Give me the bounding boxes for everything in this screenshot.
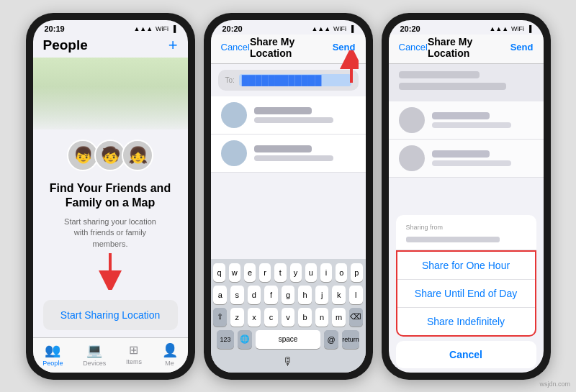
send-btn-3[interactable]: Send (510, 42, 534, 53)
start-sharing-button[interactable]: Start Sharing Location (43, 300, 178, 330)
phone-3: 20:20 ▲▲▲ WiFi ▐ Cancel Share My Locatio… (382, 13, 551, 380)
devices-tab-label: Devices (83, 360, 106, 367)
cancel-btn-3[interactable]: Cancel (399, 42, 428, 53)
nav-plus-btn-1[interactable]: + (168, 37, 178, 53)
key-y[interactable]: y (290, 263, 302, 282)
keyboard-2: q w e r t y u i o p a s d f g h (211, 259, 366, 373)
tab-devices[interactable]: 💻 Devices (83, 342, 106, 367)
contact-name-blur-2 (254, 145, 312, 152)
signal-icon-3: ▲▲▲ (489, 25, 508, 32)
contact-item-1[interactable] (211, 96, 366, 135)
key-123[interactable]: 123 (217, 330, 234, 349)
key-r[interactable]: r (259, 263, 271, 282)
start-btn-text: Start Sharing Location (60, 309, 161, 321)
status-bar-1: 20:19 ▲▲▲ WiFi ▐ (33, 20, 188, 35)
contact-avatar-1 (221, 102, 247, 128)
tab-me[interactable]: 👤 Me (162, 342, 178, 367)
phone-2-screen: 20:20 ▲▲▲ WiFi ▐ Cancel Share My Locatio… (211, 20, 366, 373)
key-x[interactable]: x (248, 308, 261, 327)
to-label: To: (225, 76, 235, 84)
key-backspace[interactable]: ⌫ (349, 308, 363, 327)
key-n[interactable]: n (315, 308, 329, 327)
contact-info-blurred-2 (432, 150, 534, 166)
key-e[interactable]: e (244, 263, 256, 282)
key-g[interactable]: g (282, 286, 295, 304)
map-overlay-1 (33, 86, 188, 129)
key-i[interactable]: i (320, 263, 332, 282)
contact-item-2[interactable] (211, 135, 366, 173)
key-m[interactable]: m (332, 308, 346, 327)
key-j[interactable]: j (315, 286, 329, 304)
key-globe[interactable]: 🌐 (238, 330, 252, 349)
contact-sub-blurred-2 (432, 160, 511, 166)
key-b[interactable]: b (298, 308, 312, 327)
share-end-of-day-btn[interactable]: Share Until End of Day (397, 280, 535, 308)
key-z[interactable]: z (230, 308, 244, 327)
start-btn-area-1: Start Sharing Location (33, 300, 188, 337)
share-indefinitely-btn[interactable]: Share Indefinitely (397, 308, 535, 335)
contact-sub-blurred-1 (432, 122, 511, 128)
wifi-icon-1: WiFi (156, 25, 168, 32)
contact-sub-blur-1 (254, 117, 333, 123)
key-f[interactable]: f (264, 286, 278, 304)
blurred-top-3 (389, 64, 544, 101)
key-a[interactable]: a (213, 286, 227, 304)
nav-bar-1: People + (33, 35, 188, 58)
key-w[interactable]: w (229, 263, 240, 282)
signal-icon-1: ▲▲▲ (133, 25, 153, 32)
action-sheet-area: Sharing from Share for One Hour Share Un… (389, 209, 544, 373)
key-o[interactable]: o (336, 263, 347, 282)
tab-people[interactable]: 👥 People (42, 342, 63, 367)
tab-items[interactable]: ⊞ Items (126, 343, 142, 365)
key-p[interactable]: p (351, 263, 362, 282)
keyboard-row-4: 123 🌐 space @ return (214, 330, 363, 349)
key-space[interactable]: space (256, 330, 320, 349)
contact-name-blurred-2 (432, 150, 490, 158)
map-area-1 (33, 58, 188, 129)
action-sheet-cancel-btn[interactable]: Cancel (396, 341, 536, 368)
contact-list-2 (211, 96, 366, 259)
avatar-3: 👧 (122, 140, 153, 171)
keyboard-row-1: q w e r t y u i o p (214, 263, 363, 282)
key-return[interactable]: return (342, 330, 359, 349)
nav-bar-3: Cancel Share My Location Send (389, 35, 544, 64)
red-arrow-down (89, 250, 132, 290)
sharing-from-label: Sharing from (406, 224, 444, 231)
items-tab-label: Items (126, 358, 142, 365)
key-t[interactable]: t (274, 263, 286, 282)
battery-icon-2: ▐ (349, 25, 354, 32)
me-tab-label: Me (165, 360, 174, 367)
send-btn-2[interactable]: Send (333, 42, 356, 53)
status-icons-1: ▲▲▲ WiFi ▐ (133, 25, 176, 32)
status-time-2: 20:20 (222, 24, 243, 33)
key-l[interactable]: l (349, 286, 363, 304)
key-s[interactable]: s (230, 286, 244, 304)
key-c[interactable]: c (264, 308, 278, 327)
items-tab-icon: ⊞ (129, 343, 138, 357)
search-bar-2[interactable]: To: ████████████ (218, 70, 359, 91)
devices-tab-icon: 💻 (86, 342, 102, 358)
nav-bar-2: Cancel Share My Location Send (211, 35, 366, 64)
cancel-label-3: Cancel (449, 349, 482, 360)
phone-1-screen: 20:19 ▲▲▲ WiFi ▐ People + 👦 🧒 👧 (33, 20, 188, 373)
key-at[interactable]: @ (324, 330, 338, 349)
phone-1: 20:19 ▲▲▲ WiFi ▐ People + 👦 🧒 👧 (26, 13, 195, 380)
wifi-icon-2: WiFi (333, 25, 346, 32)
key-u[interactable]: u (305, 263, 317, 282)
mic-icon: 🎙 (282, 355, 294, 368)
key-shift[interactable]: ⇧ (213, 308, 227, 327)
key-v[interactable]: v (282, 308, 295, 327)
signal-icon-2: ▲▲▲ (311, 25, 330, 32)
search-typed-text: ████████████ (239, 74, 351, 86)
share-one-hour-btn[interactable]: Share for One Hour (397, 252, 535, 280)
phone-2: 20:20 ▲▲▲ WiFi ▐ Cancel Share My Locatio… (204, 13, 373, 380)
key-h[interactable]: h (298, 286, 312, 304)
key-q[interactable]: q (213, 263, 225, 282)
people-tab-icon: 👥 (45, 342, 60, 358)
key-d[interactable]: d (248, 286, 261, 304)
phone-3-screen: 20:20 ▲▲▲ WiFi ▐ Cancel Share My Locatio… (389, 20, 544, 373)
key-k[interactable]: k (332, 286, 346, 304)
status-bar-3: 20:20 ▲▲▲ WiFi ▐ (389, 20, 544, 35)
watermark: wsjdn.com (539, 380, 570, 388)
cancel-btn-2[interactable]: Cancel (221, 42, 250, 53)
